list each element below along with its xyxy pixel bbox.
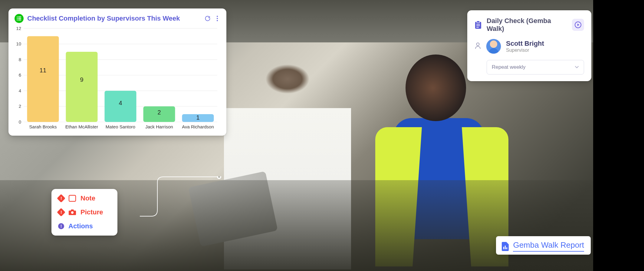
repeat-value: Repeat weekly xyxy=(492,64,526,70)
bar-value-label: 4 xyxy=(119,100,122,106)
chart-title: Checklist Completion by Supervisors This… xyxy=(27,15,201,22)
svg-rect-5 xyxy=(18,18,21,19)
more-icon[interactable] xyxy=(214,15,220,21)
bar-value-label: 11 xyxy=(40,67,46,74)
person-photo-right xyxy=(363,55,514,269)
svg-point-19 xyxy=(71,211,74,214)
assignee-person-row: Scott Bright Supervisor xyxy=(475,39,584,54)
assignee-name: Scott Bright xyxy=(506,40,544,48)
chart-header: Checklist Completion by Supervisors This… xyxy=(15,14,220,23)
svg-point-10 xyxy=(217,20,218,21)
note-icon xyxy=(68,194,76,202)
svg-point-6 xyxy=(17,19,18,20)
svg-point-8 xyxy=(217,16,218,17)
checklist-title: Daily Check (Gemba Walk) xyxy=(487,17,567,33)
bar xyxy=(27,36,59,122)
x-tick-label: Jack Harrison xyxy=(145,124,173,129)
svg-rect-24 xyxy=(476,27,479,28)
x-tick-label: Ava Richardson xyxy=(182,124,214,129)
x-tick-label: Sarah Brooks xyxy=(29,124,57,129)
repeat-select[interactable]: Repeat weekly xyxy=(487,60,584,74)
svg-rect-7 xyxy=(18,20,21,20)
tablet-photo xyxy=(188,171,278,247)
assignee-role: Supervisor xyxy=(506,48,544,53)
camera-icon xyxy=(68,208,76,216)
report-link[interactable]: Gemba Walk Report xyxy=(496,236,591,255)
refresh-icon[interactable] xyxy=(205,15,211,21)
svg-rect-30 xyxy=(506,247,507,249)
y-tick-label: 0 xyxy=(19,120,21,124)
y-tick-label: 10 xyxy=(16,41,21,46)
svg-rect-3 xyxy=(18,17,21,17)
assignee-card: Daily Check (Gemba Walk) Scott Bright Su… xyxy=(467,10,591,81)
svg-point-2 xyxy=(17,16,18,17)
actions-label: Actions xyxy=(68,222,93,230)
person-photo-left xyxy=(224,45,351,269)
assignee-title-row: Daily Check (Gemba Walk) xyxy=(475,17,584,33)
action-item-note[interactable]: ! Note xyxy=(58,194,111,202)
report-label: Gemba Walk Report xyxy=(513,240,584,252)
assignee-text: Scott Bright Supervisor xyxy=(506,40,544,53)
action-item-actions[interactable]: ! Actions xyxy=(58,222,111,230)
bar xyxy=(66,52,98,122)
svg-rect-29 xyxy=(505,246,506,249)
actions-menu-card: ! Note ! Picture ! Actions xyxy=(51,189,117,236)
svg-point-4 xyxy=(17,18,18,19)
avatar xyxy=(486,39,501,54)
list-icon xyxy=(15,14,24,23)
action-item-picture[interactable]: ! Picture xyxy=(58,208,111,216)
picture-label: Picture xyxy=(80,208,103,216)
y-tick-label: 2 xyxy=(19,104,21,109)
x-tick-label: Ethan McAllister xyxy=(65,124,98,129)
info-icon: ! xyxy=(58,223,64,229)
alert-icon: ! xyxy=(57,194,65,203)
svg-marker-26 xyxy=(577,24,579,26)
clipboard-icon xyxy=(475,21,482,29)
alert-icon: ! xyxy=(57,208,65,216)
bar-value-label: 1 xyxy=(196,114,199,121)
svg-point-9 xyxy=(217,18,218,19)
y-tick-label: 6 xyxy=(19,73,21,78)
bar-value-label: 9 xyxy=(80,76,83,83)
svg-rect-21 xyxy=(477,21,480,23)
y-tick-label: 4 xyxy=(19,88,21,93)
svg-point-27 xyxy=(477,43,479,46)
bar xyxy=(105,91,136,122)
bar-value-label: 2 xyxy=(157,109,161,116)
bar-chart: 02468101211Sarah Brooks9Ethan McAllister… xyxy=(15,25,220,132)
report-icon xyxy=(501,242,509,250)
person-icon xyxy=(475,42,481,51)
note-label: Note xyxy=(80,194,95,202)
x-tick-label: Mateo Santoro xyxy=(106,124,135,129)
y-tick-label: 12 xyxy=(16,26,21,31)
svg-rect-22 xyxy=(476,24,480,25)
chart-card: Checklist Completion by Supervisors This… xyxy=(8,8,226,136)
svg-rect-18 xyxy=(69,195,76,201)
svg-rect-23 xyxy=(476,25,480,26)
svg-rect-28 xyxy=(503,247,504,249)
y-tick-label: 8 xyxy=(19,57,21,62)
play-button[interactable] xyxy=(572,19,584,31)
chevron-down-icon xyxy=(575,66,579,69)
